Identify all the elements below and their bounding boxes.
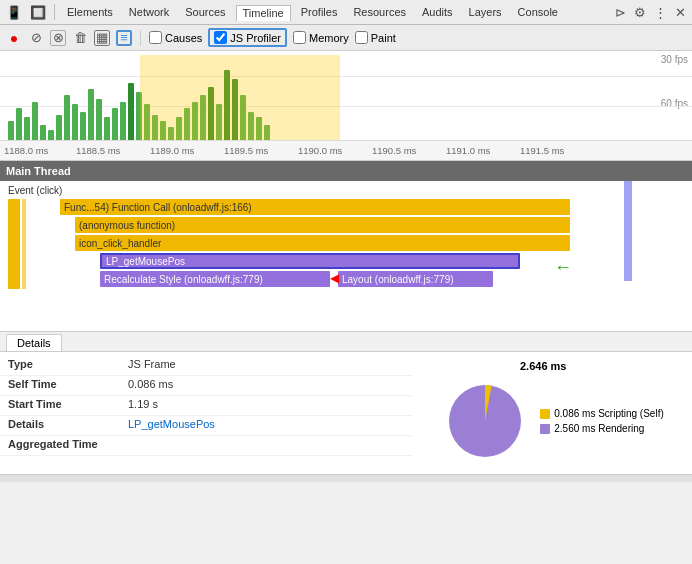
chart-bar-3 — [32, 102, 38, 140]
causes-checkbox-label[interactable]: Causes — [149, 31, 202, 44]
purple-right-bar — [624, 181, 632, 281]
tab-sources[interactable]: Sources — [179, 5, 231, 19]
chart-area[interactable]: 30 fps 60 fps 1188.0 ms 1188.5 ms 1189.0… — [0, 51, 692, 161]
filter-button[interactable]: ⊗ — [50, 30, 66, 46]
settings-icon[interactable]: ⚙ — [632, 5, 648, 20]
main-thread-header: Main Thread — [0, 161, 692, 181]
detail-value-type: JS Frame — [128, 358, 176, 370]
time-label-0: 1188.0 ms — [4, 145, 48, 156]
js-profiler-checkbox[interactable] — [214, 31, 227, 44]
tab-layers[interactable]: Layers — [463, 5, 508, 19]
tab-profiles[interactable]: Profiles — [295, 5, 344, 19]
paint-checkbox[interactable] — [355, 31, 368, 44]
detail-key-selftime: Self Time — [8, 378, 128, 390]
flame-bar-lp-getmousepos[interactable]: LP_getMousePos — [100, 253, 520, 269]
causes-checkbox[interactable] — [149, 31, 162, 44]
anonymous-label: (anonymous function) — [79, 220, 175, 231]
flame-bar-anonymous[interactable]: (anonymous function) — [75, 217, 570, 233]
detail-key-aggregated: Aggregated Time — [8, 438, 128, 450]
chart-bar-9 — [80, 112, 86, 140]
details-tabs: Details — [0, 332, 692, 352]
tab-console[interactable]: Console — [512, 5, 564, 19]
pie-container: 0.086 ms Scripting (Self) 2.560 ms Rende… — [440, 376, 664, 466]
detail-value-selftime: 0.086 ms — [128, 378, 173, 390]
recalculate-label: Recalculate Style (onloadwff.js:779) — [104, 274, 263, 285]
refresh-button[interactable]: ⊘ — [28, 30, 44, 46]
rendering-label: 2.560 ms Rendering — [554, 423, 644, 434]
lp-getmousepos-link[interactable]: LP_getMousePos — [128, 418, 215, 430]
more-icon[interactable]: ⋮ — [652, 5, 669, 20]
red-triangle-marker: ◀ — [330, 271, 339, 285]
flame-bar-function-call[interactable]: Func...54) Function Call (onloadwff.js:1… — [60, 199, 570, 215]
chart-bar-1 — [16, 108, 22, 140]
js-profiler-box: JS Profiler — [208, 28, 287, 47]
yellow-thin-bar — [22, 199, 26, 289]
top-navbar: 📱 🔲 Elements Network Sources Timeline Pr… — [0, 0, 692, 25]
chart-bar-8 — [72, 104, 78, 140]
func-call-label: Func...54) Function Call (onloadwff.js:1… — [64, 202, 252, 213]
chart-bar-6 — [56, 115, 62, 140]
details-table: Type JS Frame Self Time 0.086 ms Start T… — [0, 352, 412, 474]
yellow-side-bar — [8, 199, 20, 289]
record-button[interactable]: ● — [6, 30, 22, 46]
detail-row-type: Type JS Frame — [0, 356, 412, 376]
memory-checkbox-label[interactable]: Memory — [293, 31, 349, 44]
details-body: Type JS Frame Self Time 0.086 ms Start T… — [0, 352, 692, 474]
toolbar-separator-1 — [140, 30, 141, 46]
scripting-label: 0.086 ms Scripting (Self) — [554, 408, 664, 419]
pie-chart-svg — [440, 376, 530, 466]
chart-bar-5 — [48, 130, 54, 140]
tab-timeline[interactable]: Timeline — [236, 5, 291, 21]
details-section: Details Type JS Frame Self Time 0.086 ms… — [0, 331, 692, 474]
scripting-dot — [540, 409, 550, 419]
js-profiler-checkbox-label[interactable]: JS Profiler — [214, 31, 281, 44]
flame-button[interactable]: ≡ — [116, 30, 132, 46]
tab-audits[interactable]: Audits — [416, 5, 459, 19]
flame-bar-layout[interactable]: Layout (onloadwff.js:779) — [338, 271, 493, 287]
flame-bar-recalculate[interactable]: Recalculate Style (onloadwff.js:779) — [100, 271, 330, 287]
bars-container — [0, 55, 692, 140]
chart-bar-10 — [88, 89, 94, 140]
time-label-5: 1190.5 ms — [372, 145, 416, 156]
legend-scripting: 0.086 ms Scripting (Self) — [540, 408, 664, 419]
pie-legend: 0.086 ms Scripting (Self) 2.560 ms Rende… — [540, 408, 664, 434]
trash-button[interactable]: 🗑 — [72, 30, 88, 46]
js-profiler-label: JS Profiler — [230, 32, 281, 44]
nav-separator — [54, 4, 55, 20]
green-arrow: ← — [554, 257, 572, 278]
paint-label: Paint — [371, 32, 396, 44]
detail-row-starttime: Start Time 1.19 s — [0, 396, 412, 416]
selection-highlight — [140, 55, 340, 140]
flame-bar-icon-click[interactable]: icon_click_handler — [75, 235, 570, 251]
memory-checkbox[interactable] — [293, 31, 306, 44]
memory-label: Memory — [309, 32, 349, 44]
icon-click-handler-label: icon_click_handler — [79, 238, 161, 249]
detail-value-details: LP_getMousePos — [128, 418, 215, 430]
chart-bar-15 — [128, 83, 134, 140]
causes-label: Causes — [165, 32, 202, 44]
detail-row-selftime: Self Time 0.086 ms — [0, 376, 412, 396]
mobile-icon[interactable]: 📱 — [4, 5, 24, 20]
detail-row-aggregated: Aggregated Time — [0, 436, 412, 456]
bottom-scrollbar[interactable] — [0, 474, 692, 482]
flame-chart[interactable]: Event (click) Func...54) Function Call (… — [0, 181, 692, 331]
chart-bar-11 — [96, 99, 102, 140]
timeline-toolbar: ● ⊘ ⊗ 🗑 ▦ ≡ Causes JS Profiler Memory Pa… — [0, 25, 692, 51]
time-label-6: 1191.0 ms — [446, 145, 490, 156]
chart-button[interactable]: ▦ — [94, 30, 110, 46]
event-click-label: Event (click) — [4, 182, 66, 198]
tab-details[interactable]: Details — [6, 334, 62, 351]
main-thread-label: Main Thread — [6, 165, 71, 177]
chart-bar-7 — [64, 95, 70, 140]
tab-resources[interactable]: Resources — [347, 5, 412, 19]
inspect-icon[interactable]: 🔲 — [28, 5, 48, 20]
legend-rendering: 2.560 ms Rendering — [540, 423, 664, 434]
tab-elements[interactable]: Elements — [61, 5, 119, 19]
close-icon[interactable]: ✕ — [673, 5, 688, 20]
time-label-2: 1189.0 ms — [150, 145, 194, 156]
paint-checkbox-label[interactable]: Paint — [355, 31, 396, 44]
chart-bar-0 — [8, 121, 14, 140]
time-label-4: 1190.0 ms — [298, 145, 342, 156]
expand-icon[interactable]: ⊳ — [613, 5, 628, 20]
tab-network[interactable]: Network — [123, 5, 175, 19]
